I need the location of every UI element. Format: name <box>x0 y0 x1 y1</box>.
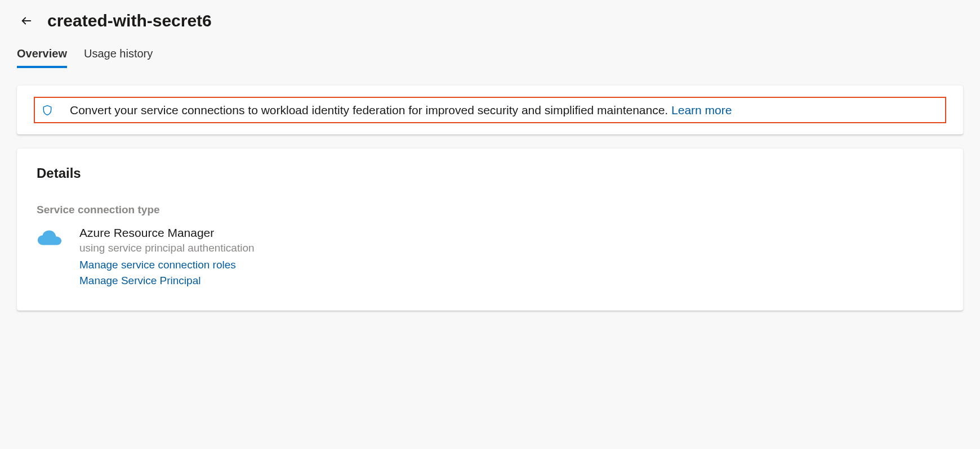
tab-usage-history[interactable]: Usage history <box>84 42 153 68</box>
connection-type-label: Service connection type <box>37 204 943 216</box>
details-card: Details Service connection type Azure Re… <box>17 149 963 311</box>
shield-icon <box>42 105 53 116</box>
page-title: created-with-secret6 <box>47 11 212 30</box>
manage-roles-link[interactable]: Manage service connection roles <box>79 259 255 271</box>
tab-overview[interactable]: Overview <box>17 42 67 68</box>
info-banner-text: Convert your service connections to work… <box>70 102 732 118</box>
info-banner-message: Convert your service connections to work… <box>70 104 671 116</box>
manage-principal-link[interactable]: Manage Service Principal <box>79 275 255 287</box>
connection-row: Azure Resource Manager using service pri… <box>37 226 943 288</box>
learn-more-link[interactable]: Learn more <box>671 104 732 116</box>
details-heading: Details <box>37 165 943 181</box>
info-banner-highlight: Convert your service connections to work… <box>34 97 946 123</box>
arrow-left-icon <box>20 15 33 27</box>
connection-auth-method: using service principal authentication <box>79 242 255 254</box>
tabs: Overview Usage history <box>0 42 980 69</box>
info-banner-card: Convert your service connections to work… <box>17 86 963 134</box>
connection-type-value: Azure Resource Manager <box>79 226 255 240</box>
connection-info: Azure Resource Manager using service pri… <box>79 226 255 288</box>
back-button[interactable] <box>17 11 36 30</box>
cloud-icon <box>37 230 63 249</box>
page-header: created-with-secret6 <box>0 11 980 42</box>
